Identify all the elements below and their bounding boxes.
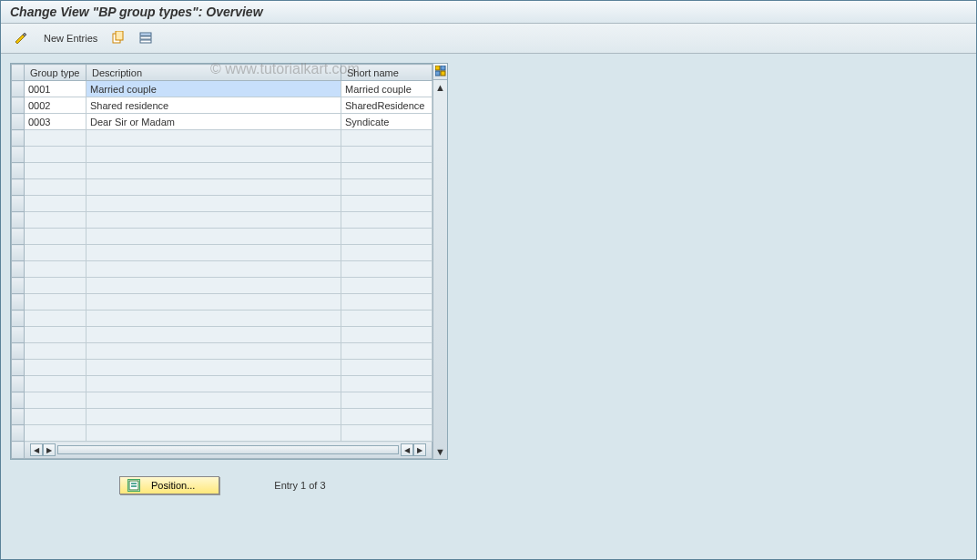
toggle-display-change-button[interactable]: [10, 28, 34, 48]
cell-short-name[interactable]: [341, 163, 433, 179]
table-row[interactable]: [12, 376, 433, 392]
table-row[interactable]: [12, 163, 433, 179]
row-selector[interactable]: [12, 360, 25, 376]
cell-group-type[interactable]: [25, 392, 87, 409]
table-row[interactable]: [12, 343, 433, 360]
scroll-right-button[interactable]: ▶: [413, 443, 426, 456]
cell-group-type[interactable]: [25, 360, 87, 376]
cell-group-type[interactable]: [25, 409, 87, 425]
table-row[interactable]: [12, 327, 433, 343]
column-header-short-name[interactable]: Short name: [341, 65, 433, 81]
scroll-down-button[interactable]: ▼: [433, 444, 447, 459]
cell-description[interactable]: [87, 278, 341, 294]
scroll-up-button[interactable]: ▲: [433, 80, 447, 95]
cell-group-type[interactable]: [25, 261, 87, 278]
cell-description[interactable]: [87, 327, 341, 343]
table-row[interactable]: [12, 229, 433, 245]
select-all-header[interactable]: [12, 65, 25, 81]
cell-short-name[interactable]: Married couple: [341, 81, 433, 97]
cell-description[interactable]: [87, 163, 341, 179]
table-row[interactable]: [12, 261, 433, 278]
cell-short-name[interactable]: [341, 179, 433, 196]
cell-description[interactable]: [87, 360, 341, 376]
cell-group-type[interactable]: [25, 229, 87, 245]
table-row[interactable]: [12, 425, 433, 442]
data-grid[interactable]: Group type Description Short name 0001Ma…: [11, 64, 433, 459]
table-row[interactable]: 0001Married coupleMarried couple: [12, 81, 433, 97]
row-selector[interactable]: [12, 409, 25, 425]
cell-group-type[interactable]: [25, 179, 87, 196]
table-row[interactable]: [12, 147, 433, 163]
cell-description[interactable]: [87, 229, 341, 245]
cell-description[interactable]: [87, 343, 341, 360]
cell-description[interactable]: [87, 425, 341, 442]
table-settings-button[interactable]: [433, 64, 447, 80]
cell-description[interactable]: [87, 179, 341, 196]
row-selector[interactable]: [12, 392, 25, 409]
row-selector[interactable]: [12, 130, 25, 147]
row-selector[interactable]: [12, 97, 25, 114]
table-row[interactable]: [12, 278, 433, 294]
scroll-right-step-button[interactable]: ◀: [401, 443, 413, 456]
cell-short-name[interactable]: [341, 409, 433, 425]
cell-description[interactable]: Shared residence: [87, 97, 341, 114]
cell-group-type[interactable]: [25, 278, 87, 294]
cell-description[interactable]: [87, 409, 341, 425]
delete-button[interactable]: [135, 28, 157, 48]
cell-short-name[interactable]: [341, 245, 433, 261]
cell-group-type[interactable]: [25, 130, 87, 147]
row-selector[interactable]: [12, 425, 25, 442]
cell-description[interactable]: [87, 261, 341, 278]
cell-short-name[interactable]: SharedResidence: [341, 97, 433, 114]
table-row[interactable]: [12, 212, 433, 229]
cell-short-name[interactable]: [341, 261, 433, 278]
table-row[interactable]: [12, 179, 433, 196]
cell-group-type[interactable]: [25, 147, 87, 163]
cell-description[interactable]: [87, 311, 341, 327]
new-entries-button[interactable]: New Entries: [39, 30, 102, 46]
row-selector[interactable]: [12, 229, 25, 245]
row-selector[interactable]: [12, 245, 25, 261]
row-selector[interactable]: [12, 163, 25, 179]
table-row[interactable]: [12, 196, 433, 212]
cell-short-name[interactable]: [341, 212, 433, 229]
cell-short-name[interactable]: [341, 196, 433, 212]
row-selector[interactable]: [12, 311, 25, 327]
cell-short-name[interactable]: [341, 360, 433, 376]
row-selector[interactable]: [12, 196, 25, 212]
cell-short-name[interactable]: [341, 376, 433, 392]
table-row[interactable]: [12, 360, 433, 376]
horizontal-scrollbar[interactable]: ◀ ▶ ◀ ▶: [28, 443, 428, 456]
cell-group-type[interactable]: [25, 343, 87, 360]
row-selector[interactable]: [12, 179, 25, 196]
column-header-description[interactable]: Description: [87, 65, 341, 81]
cell-group-type[interactable]: [25, 327, 87, 343]
hscroll-thumb[interactable]: [57, 445, 399, 454]
cell-description[interactable]: [87, 392, 341, 409]
row-selector[interactable]: [12, 261, 25, 278]
vertical-scrollbar[interactable]: ▲ ▼: [433, 64, 447, 459]
cell-group-type[interactable]: [25, 294, 87, 311]
cell-group-type[interactable]: [25, 245, 87, 261]
cell-description[interactable]: [87, 147, 341, 163]
cell-short-name[interactable]: [341, 294, 433, 311]
cell-short-name[interactable]: [341, 311, 433, 327]
table-row[interactable]: 0003Dear Sir or MadamSyndicate: [12, 114, 433, 130]
cell-group-type[interactable]: [25, 163, 87, 179]
cell-group-type[interactable]: 0001: [25, 81, 87, 97]
cell-group-type[interactable]: 0003: [25, 114, 87, 130]
scroll-left-button[interactable]: ◀: [30, 443, 43, 456]
cell-description[interactable]: [87, 294, 341, 311]
table-row[interactable]: [12, 130, 433, 147]
row-selector[interactable]: [12, 327, 25, 343]
scroll-left-step-button[interactable]: ▶: [43, 443, 56, 456]
cell-description[interactable]: [87, 212, 341, 229]
cell-description[interactable]: Dear Sir or Madam: [87, 114, 341, 130]
copy-as-button[interactable]: [107, 28, 129, 48]
cell-short-name[interactable]: [341, 392, 433, 409]
position-button[interactable]: Position...: [119, 476, 219, 494]
row-selector[interactable]: [12, 114, 25, 130]
table-row[interactable]: [12, 294, 433, 311]
cell-description[interactable]: Married couple: [87, 81, 341, 97]
cell-description[interactable]: [87, 130, 341, 147]
